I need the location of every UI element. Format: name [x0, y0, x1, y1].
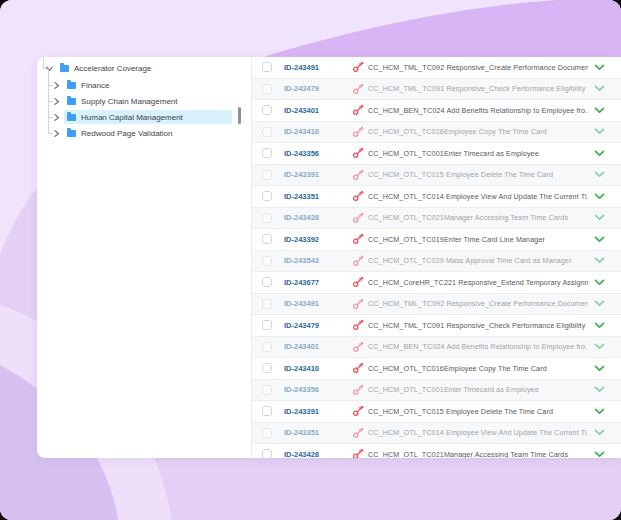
test-case-id-link[interactable]: ID-243428: [284, 213, 352, 222]
table-row[interactable]: ID-243392 CC_HCM_OTL_TC019Enter Time Car…: [252, 229, 621, 251]
test-case-id-link[interactable]: ID-243543: [284, 256, 352, 265]
key-icon: [352, 104, 364, 116]
table-row[interactable]: ID-243351 CC_HCM_OTL_TC014 Employee View…: [252, 423, 621, 445]
chevron-right-icon[interactable]: [52, 97, 61, 106]
tree-item-label: Redwood Page Validation: [81, 129, 172, 138]
chevron-down-icon[interactable]: [588, 148, 621, 159]
test-case-name: CC_HCM_OTL_TC001Enter Timecard as Employ…: [368, 385, 588, 394]
row-checkbox[interactable]: [262, 428, 272, 438]
chevron-down-icon[interactable]: [588, 255, 621, 266]
chevron-down-icon[interactable]: [588, 406, 621, 417]
test-case-id-link[interactable]: ID-243401: [284, 106, 352, 115]
table-row[interactable]: ID-243543 CC_HCM_OTL_TC029 Mass Approval…: [252, 251, 621, 273]
key-icon: [352, 147, 364, 159]
chevron-down-icon[interactable]: [588, 62, 621, 73]
tree-item-supply-chain-management[interactable]: Supply Chain Management: [37, 93, 251, 109]
table-row[interactable]: ID-243491 CC_HCM_TML_TC092 Responsive_Cr…: [252, 57, 621, 79]
chevron-down-icon[interactable]: [588, 83, 621, 94]
test-case-id-link[interactable]: ID-243392: [284, 235, 352, 244]
tree-item-content[interactable]: Redwood Page Validation: [64, 126, 176, 140]
chevron-down-icon[interactable]: [588, 126, 621, 137]
tree-item-content[interactable]: Finance: [64, 78, 113, 92]
test-case-id-link[interactable]: ID-243356: [284, 149, 352, 158]
table-row[interactable]: ID-243479 CC_HCM_TML_TC091 Responsive_Ch…: [252, 315, 621, 337]
row-checkbox[interactable]: [262, 234, 272, 244]
row-checkbox[interactable]: [262, 62, 272, 72]
test-case-id-link[interactable]: ID-243491: [284, 299, 352, 308]
test-case-id-link[interactable]: ID-243410: [284, 127, 352, 136]
table-row[interactable]: ID-243356 CC_HCM_OTL_TC001Enter Timecard…: [252, 380, 621, 402]
test-case-name: CC_HCM_BEN_TC024 Add Benefits Relationsh…: [368, 106, 588, 115]
table-row[interactable]: ID-243356 CC_HCM_OTL_TC001Enter Timecard…: [252, 143, 621, 165]
chevron-down-icon[interactable]: [588, 449, 621, 458]
test-case-id-link[interactable]: ID-243351: [284, 192, 352, 201]
chevron-right-icon[interactable]: [52, 81, 61, 90]
table-row[interactable]: ID-243428 CC_HCM_OTL_TC021Manager Access…: [252, 208, 621, 230]
row-checkbox[interactable]: [262, 105, 272, 115]
row-checkbox[interactable]: [262, 213, 272, 223]
chevron-down-icon[interactable]: [588, 234, 621, 245]
row-checkbox[interactable]: [262, 127, 272, 137]
row-checkbox[interactable]: [262, 256, 272, 266]
test-case-id-link[interactable]: ID-243391: [284, 407, 352, 416]
row-checkbox[interactable]: [262, 320, 272, 330]
row-checkbox[interactable]: [262, 342, 272, 352]
test-case-id-link[interactable]: ID-243356: [284, 385, 352, 394]
test-case-id-link[interactable]: ID-243401: [284, 342, 352, 351]
test-case-id-link[interactable]: ID-243351: [284, 428, 352, 437]
test-case-id-link[interactable]: ID-243391: [284, 170, 352, 179]
test-case-name: CC_HCM_OTL_TC014 Employee View And Updat…: [368, 192, 588, 201]
chevron-right-icon[interactable]: [52, 113, 61, 122]
chevron-down-icon[interactable]: [588, 191, 621, 202]
chevron-down-icon[interactable]: [588, 212, 621, 223]
tree-item-content[interactable]: Accelerator Coverage: [57, 61, 155, 75]
table-row[interactable]: ID-243410 CC_HCM_OTL_TC016Employee Copy …: [252, 358, 621, 380]
row-checkbox[interactable]: [262, 148, 272, 158]
table-row[interactable]: ID-243410 CC_HCM_OTL_TC016Employee Copy …: [252, 122, 621, 144]
chevron-down-icon[interactable]: [588, 341, 621, 352]
test-case-name: CC_HCM_OTL_TC015 Employee Delete The Tim…: [368, 170, 588, 179]
table-row[interactable]: ID-243391 CC_HCM_OTL_TC015 Employee Dele…: [252, 165, 621, 187]
test-case-id-link[interactable]: ID-243677: [284, 278, 352, 287]
tree-item-content[interactable]: Human Capital Management: [64, 110, 232, 124]
row-checkbox[interactable]: [262, 277, 272, 287]
chevron-down-icon[interactable]: [588, 384, 621, 395]
tree-item-human-capital-management[interactable]: Human Capital Management: [37, 109, 251, 125]
row-checkbox[interactable]: [262, 449, 272, 458]
test-case-id-link[interactable]: ID-243428: [284, 450, 352, 458]
chevron-right-icon[interactable]: [52, 129, 61, 138]
row-checkbox[interactable]: [262, 170, 272, 180]
table-row[interactable]: ID-243428 CC_HCM_OTL_TC021Manager Access…: [252, 444, 621, 458]
table-row[interactable]: ID-243677 CC_HCM_CoreHR_TC221 Responsive…: [252, 272, 621, 294]
chevron-down-icon[interactable]: [588, 105, 621, 116]
chevron-down-icon[interactable]: [588, 363, 621, 374]
test-case-id-link[interactable]: ID-243479: [284, 84, 352, 93]
test-case-id-link[interactable]: ID-243491: [284, 63, 352, 72]
table-row[interactable]: ID-243491 CC_HCM_TML_TC092 Responsive_Cr…: [252, 294, 621, 316]
table-row[interactable]: ID-243351 CC_HCM_OTL_TC014 Employee View…: [252, 186, 621, 208]
test-case-id-link[interactable]: ID-243410: [284, 364, 352, 373]
test-case-name: CC_HCM_OTL_TC014 Employee View And Updat…: [368, 428, 588, 437]
chevron-down-icon[interactable]: [588, 169, 621, 180]
tree-item-accelerator-coverage[interactable]: Accelerator Coverage: [37, 59, 251, 77]
table-row[interactable]: ID-243391 CC_HCM_OTL_TC015 Employee Dele…: [252, 401, 621, 423]
chevron-down-icon[interactable]: [588, 277, 621, 288]
tree-item-finance[interactable]: Finance: [37, 77, 251, 93]
row-checkbox[interactable]: [262, 84, 272, 94]
tree-item-content[interactable]: Supply Chain Management: [64, 94, 182, 108]
row-checkbox[interactable]: [262, 191, 272, 201]
table-row[interactable]: ID-243401 CC_HCM_BEN_TC024 Add Benefits …: [252, 100, 621, 122]
chevron-down-icon[interactable]: [588, 427, 621, 438]
test-case-name: CC_HCM_OTL_TC001Enter Timecard as Employ…: [368, 149, 588, 158]
row-checkbox[interactable]: [262, 385, 272, 395]
row-checkbox[interactable]: [262, 363, 272, 373]
table-row[interactable]: ID-243401 CC_HCM_BEN_TC024 Add Benefits …: [252, 337, 621, 359]
row-checkbox[interactable]: [262, 406, 272, 416]
folder-icon: [67, 98, 76, 105]
chevron-down-icon[interactable]: [588, 298, 621, 309]
tree-item-redwood-page-validation[interactable]: Redwood Page Validation: [37, 125, 251, 141]
test-case-id-link[interactable]: ID-243479: [284, 321, 352, 330]
row-checkbox[interactable]: [262, 299, 272, 309]
chevron-down-icon[interactable]: [588, 320, 621, 331]
table-row[interactable]: ID-243479 CC_HCM_TML_TC091 Responsive_Ch…: [252, 79, 621, 101]
